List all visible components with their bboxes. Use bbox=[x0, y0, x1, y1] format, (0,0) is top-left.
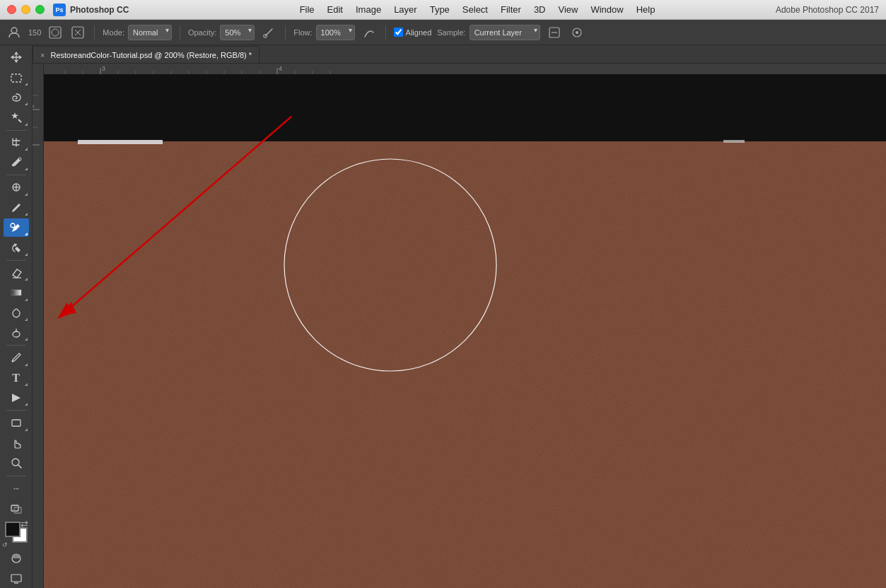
swap-colors[interactable]: ⇄ bbox=[21, 519, 28, 529]
options-bar: 150 Mode: Normal Opacity: 50% bbox=[0, 20, 886, 45]
clone-stamp-tool[interactable] bbox=[4, 218, 29, 237]
canvas-rotate-tool[interactable] bbox=[4, 499, 29, 517]
svg-line-25 bbox=[18, 465, 21, 468]
traffic-lights bbox=[7, 5, 45, 14]
svg-rect-54 bbox=[44, 141, 886, 588]
opacity-group: Opacity: 50% bbox=[188, 25, 255, 40]
history-brush-tool[interactable] bbox=[4, 238, 29, 257]
tool-separator-2 bbox=[6, 175, 26, 175]
svg-rect-1 bbox=[49, 27, 61, 38]
sample-dropdown[interactable]: Current Layer bbox=[470, 25, 540, 40]
crop-tool[interactable] bbox=[4, 134, 29, 152]
app-name: Photoshop CC bbox=[70, 5, 129, 15]
tab-close[interactable]: × bbox=[40, 51, 45, 59]
canvas-area: × RestoreandColor-Tutorial.psd @ 200% (R… bbox=[33, 45, 886, 588]
screen-mode-button[interactable] bbox=[4, 570, 29, 588]
hand-tool[interactable] bbox=[4, 434, 29, 452]
menu-file[interactable]: File bbox=[294, 3, 320, 16]
document-tab[interactable]: × RestoreandColor-Tutorial.psd @ 200% (R… bbox=[33, 46, 260, 63]
svg-point-10 bbox=[576, 31, 578, 34]
maximize-button[interactable] bbox=[35, 5, 45, 14]
app-name-group: Ps Photoshop CC bbox=[53, 4, 294, 16]
brush-settings-icon[interactable] bbox=[69, 24, 86, 41]
shape-tool[interactable] bbox=[4, 413, 29, 432]
flow-dropdown-wrap[interactable]: 100% bbox=[316, 25, 355, 40]
close-button[interactable] bbox=[7, 5, 16, 14]
color-swatch-area: ↺ ⇄ bbox=[2, 522, 30, 548]
rect-marquee-tool[interactable] bbox=[4, 68, 29, 86]
eraser-tool[interactable] bbox=[4, 264, 29, 282]
sample-group: Sample: Current Layer bbox=[437, 25, 540, 40]
flow-group: Flow: 100% bbox=[293, 25, 354, 40]
svg-point-0 bbox=[11, 28, 17, 33]
canvas-dark-top bbox=[44, 74, 886, 145]
sample-ring-icon[interactable] bbox=[569, 24, 585, 41]
type-tool[interactable]: T bbox=[4, 369, 29, 387]
tab-bar: × RestoreandColor-Tutorial.psd @ 200% (R… bbox=[33, 45, 886, 64]
healing-brush-tool[interactable] bbox=[4, 178, 29, 196]
foreground-color-swatch[interactable] bbox=[5, 522, 21, 537]
sample-dropdown-wrap[interactable]: Current Layer bbox=[470, 25, 540, 40]
extra-tools[interactable]: ··· bbox=[4, 478, 29, 497]
svg-rect-27 bbox=[14, 507, 21, 513]
svg-line-12 bbox=[18, 119, 21, 122]
zoom-tool[interactable] bbox=[4, 454, 29, 472]
menu-3d[interactable]: 3D bbox=[528, 3, 552, 16]
menu-view[interactable]: View bbox=[553, 3, 584, 16]
menu-image[interactable]: Image bbox=[350, 3, 387, 16]
menu-layer[interactable]: Layer bbox=[388, 3, 423, 16]
brush-preset-picker[interactable] bbox=[47, 24, 64, 41]
tool-separator-5 bbox=[6, 410, 26, 411]
quick-mask-mode[interactable] bbox=[4, 549, 29, 568]
opacity-dropdown[interactable]: 50% bbox=[220, 25, 255, 40]
user-icon[interactable] bbox=[6, 24, 23, 41]
menu-window[interactable]: Window bbox=[585, 3, 629, 16]
tool-separator-1 bbox=[6, 130, 26, 131]
aligned-label[interactable]: Aligned bbox=[406, 28, 432, 37]
pen-tool[interactable] bbox=[4, 348, 29, 367]
tool-separator-4 bbox=[6, 345, 26, 346]
flow-label: Flow: bbox=[293, 28, 312, 37]
menu-edit[interactable]: Edit bbox=[322, 3, 349, 16]
airbrush-icon[interactable] bbox=[260, 24, 277, 41]
sample-label: Sample: bbox=[437, 28, 465, 37]
menu-filter[interactable]: Filter bbox=[495, 3, 527, 16]
menu-help[interactable]: Help bbox=[631, 3, 661, 16]
blur-tool[interactable] bbox=[4, 304, 29, 322]
mode-dropdown[interactable]: Normal bbox=[128, 25, 172, 40]
brush-size-label: 150 bbox=[28, 28, 41, 37]
svg-text:3: 3 bbox=[102, 65, 105, 72]
path-select-tool[interactable] bbox=[4, 389, 29, 407]
magic-wand-tool[interactable] bbox=[4, 108, 29, 127]
opacity-dropdown-wrap[interactable]: 50% bbox=[220, 25, 255, 40]
menu-select[interactable]: Select bbox=[457, 3, 494, 16]
canvas-content[interactable] bbox=[44, 74, 886, 588]
reset-colors[interactable]: ↺ bbox=[2, 541, 8, 548]
move-tool[interactable] bbox=[4, 48, 29, 66]
svg-rect-11 bbox=[11, 74, 21, 82]
aligned-checkbox[interactable] bbox=[394, 28, 403, 37]
svg-text:4: 4 bbox=[279, 65, 282, 72]
flow-icon[interactable] bbox=[361, 24, 378, 41]
photo-edge-left bbox=[78, 140, 163, 144]
vertical-ruler: 0 bbox=[33, 74, 44, 588]
lasso-tool[interactable] bbox=[4, 88, 29, 107]
dodge-tool[interactable] bbox=[4, 324, 29, 342]
app-icon: Ps bbox=[53, 4, 66, 16]
minimize-button[interactable] bbox=[21, 5, 30, 14]
ignore-adjustments-icon[interactable] bbox=[546, 24, 563, 41]
brush-tool[interactable] bbox=[4, 199, 29, 217]
toolbar: T ··· bbox=[0, 45, 33, 588]
tool-separator-3 bbox=[6, 260, 26, 261]
svg-rect-23 bbox=[12, 420, 21, 426]
flow-dropdown[interactable]: 100% bbox=[316, 25, 355, 40]
mode-dropdown-wrap[interactable]: Normal bbox=[128, 25, 172, 40]
opacity-label: Opacity: bbox=[188, 28, 216, 37]
svg-text:0: 0 bbox=[33, 105, 35, 108]
gradient-tool[interactable] bbox=[4, 283, 29, 302]
eyedropper-tool[interactable] bbox=[4, 153, 29, 172]
mode-label: Mode: bbox=[103, 28, 124, 37]
svg-point-2 bbox=[52, 29, 59, 36]
menu-type[interactable]: Type bbox=[424, 3, 455, 16]
horizontal-ruler: 3 4 bbox=[33, 64, 886, 75]
